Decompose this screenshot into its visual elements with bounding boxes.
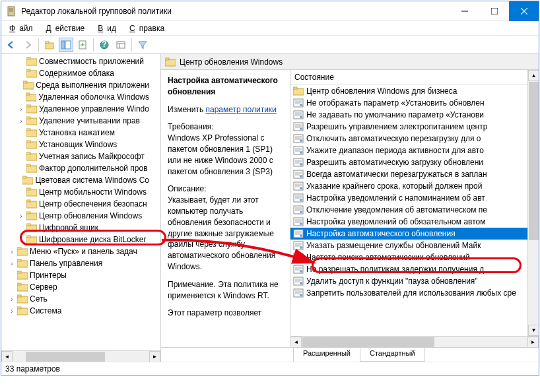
list-item[interactable]: Отключение уведомления об автоматическом… (290, 204, 527, 216)
tree-label: Принтеры (30, 271, 67, 280)
tree-item[interactable]: ›Удаленное управление Windo (1, 103, 149, 115)
svg-point-125 (300, 234, 302, 237)
up-button[interactable] (42, 38, 57, 52)
tree-item[interactable]: Цветовая система Windows Co (1, 174, 149, 186)
tree-item[interactable]: ›Система (1, 305, 149, 317)
expand-icon[interactable] (17, 81, 22, 89)
tree-item[interactable]: ›Шифрование диска BitLocker (1, 234, 149, 245)
app-window: Редактор локальной групповой политики Фа… (1, 1, 539, 376)
tree-item[interactable]: Принтеры (1, 269, 149, 281)
expand-icon[interactable] (8, 271, 16, 279)
tree-item[interactable]: Содержимое облака (1, 67, 149, 79)
svg-rect-55 (17, 271, 21, 273)
tree-item[interactable]: Центр обеспечения безопасн (1, 198, 149, 210)
close-button[interactable] (509, 1, 539, 21)
list-label: Разрешить автоматическую загрузку обновл… (306, 158, 483, 167)
expand-icon[interactable]: › (8, 307, 16, 315)
tree-item[interactable]: Совместимость приложений (1, 55, 149, 67)
menu-view[interactable]: Вид (94, 22, 124, 34)
list-item[interactable]: Настройка уведомлений об обязательном ав… (290, 216, 527, 228)
expand-icon[interactable]: › (17, 105, 25, 113)
expand-icon[interactable] (17, 176, 21, 184)
tree-item[interactable]: Удаленная оболочка Windows (1, 91, 149, 103)
expand-icon[interactable] (17, 129, 25, 137)
list-header[interactable]: Состояние (290, 70, 527, 85)
svg-rect-19 (26, 57, 30, 59)
list-item[interactable]: Настройка уведомлений с напоминанием об … (290, 192, 527, 204)
expand-icon[interactable]: › (17, 212, 25, 220)
tree-item[interactable]: Среда выполнения приложени (1, 79, 149, 91)
expand-icon[interactable] (17, 93, 24, 101)
tab-standard[interactable]: Стандартный (360, 348, 425, 362)
tree-item[interactable]: Установщик Windows (1, 139, 149, 150)
expand-icon[interactable] (17, 164, 25, 172)
list-item[interactable]: Не разрешать политикам задержки получени… (290, 263, 527, 275)
tree-item[interactable]: Фактор дополнительной пров (1, 162, 149, 174)
minimize-button[interactable] (450, 1, 479, 21)
list-hscrollbar[interactable]: ◄► (290, 336, 539, 347)
list-item[interactable]: Всегда автоматически перезагружаться в з… (290, 168, 527, 180)
expand-icon[interactable] (17, 69, 25, 77)
expand-icon[interactable]: › (17, 236, 25, 244)
expand-icon[interactable] (17, 57, 25, 65)
filter-button[interactable] (135, 38, 150, 52)
tree-item[interactable]: ›Сеть (1, 293, 149, 305)
list-item[interactable]: Центр обновления Windows для бизнеса (290, 85, 527, 97)
expand-icon[interactable] (17, 188, 25, 196)
list-item[interactable]: Частота поиска автоматических обновлений (290, 251, 527, 263)
forward-button[interactable] (20, 38, 35, 52)
expand-icon[interactable]: › (8, 295, 16, 303)
list-label: Указание крайнего срока, который должен … (306, 181, 482, 191)
list-vscrollbar[interactable]: ▲ ▼ (527, 70, 539, 336)
expand-icon[interactable] (17, 200, 25, 208)
titlebar: Редактор локальной групповой политики (1, 1, 539, 21)
expand-icon[interactable] (17, 224, 25, 232)
tree-item[interactable]: Установка нажатием (1, 127, 149, 139)
expand-icon[interactable] (17, 141, 25, 148)
svg-rect-61 (17, 307, 21, 309)
list-item[interactable]: Указать размещение службы обновлений Май… (290, 240, 527, 251)
tree-item[interactable]: ›Удаление учитывании прав (1, 115, 149, 127)
list-item[interactable]: Разрешить управлением электропитанием це… (290, 121, 527, 133)
list-item[interactable]: Укажите диапазон периода активности для … (290, 145, 527, 156)
list-label: Запретить пользователей для использовани… (306, 288, 516, 298)
list-item[interactable]: Указание крайнего срока, который должен … (290, 180, 527, 192)
list-item[interactable]: Разрешить автоматическую загрузку обновл… (290, 156, 527, 168)
list-item[interactable]: Не задавать по умолчанию параметр «Устан… (290, 109, 527, 121)
tree-item[interactable]: ›Меню «Пуск» и панель задач (1, 245, 149, 257)
export-button[interactable] (75, 38, 90, 52)
expand-icon[interactable]: › (8, 247, 16, 255)
expand-icon[interactable] (17, 152, 25, 160)
tree-item[interactable]: Сервер (1, 281, 149, 293)
show-tree-button[interactable] (59, 38, 73, 52)
tab-extended[interactable]: Расширенный (293, 348, 360, 362)
expand-icon[interactable]: › (8, 259, 16, 267)
properties-button[interactable] (114, 38, 128, 52)
menu-action[interactable]: Действие (42, 22, 93, 34)
list-label: Не задавать по умолчанию параметр «Устан… (306, 110, 484, 119)
tree-item[interactable]: ›Центр обновления Windows (1, 210, 149, 222)
svg-point-140 (300, 270, 302, 273)
tree-item[interactable]: ›Панель управления (1, 257, 149, 269)
back-button[interactable] (4, 38, 18, 52)
maximize-button[interactable] (479, 1, 509, 21)
svg-rect-39 (22, 176, 26, 178)
tree-hscrollbar[interactable]: ◄► (1, 350, 160, 362)
expand-icon[interactable]: › (17, 117, 25, 125)
settings-list[interactable]: Состояние Центр обновления Windows для б… (290, 70, 527, 336)
svg-text:?: ? (102, 40, 106, 49)
list-item[interactable]: Отключить автоматическую перезагрузку дл… (290, 133, 527, 145)
menu-help[interactable]: Справка (125, 22, 172, 34)
menu-file[interactable]: Файл (5, 22, 41, 34)
help-button[interactable]: ? (97, 38, 112, 52)
list-item[interactable]: Настройка автоматического обновления (290, 228, 527, 240)
list-item[interactable]: Не отображать параметр «Установить обнов… (290, 97, 527, 109)
tree-view[interactable]: Совместимость приложенийСодержимое облак… (1, 54, 149, 350)
tree-item[interactable]: Цифровой ящик (1, 222, 149, 234)
tree-item[interactable]: Центр мобильности Windows (1, 186, 149, 198)
expand-icon[interactable] (8, 283, 16, 291)
edit-policy-link[interactable]: параметр политики (205, 105, 276, 114)
list-item[interactable]: Удалить доступ к функции "пауза обновлен… (290, 275, 527, 287)
tree-item[interactable]: Учетная запись Майкрософт (1, 150, 149, 162)
list-item[interactable]: Запретить пользователей для использовани… (290, 287, 527, 299)
